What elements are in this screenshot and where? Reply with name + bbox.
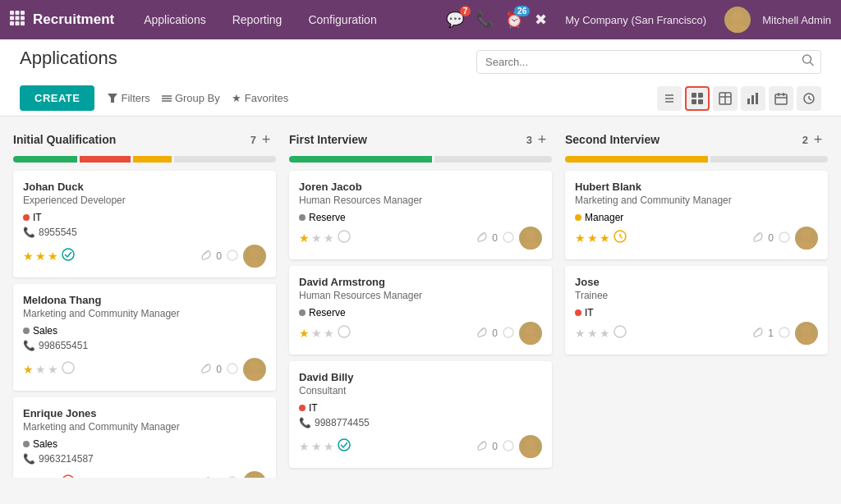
kanban-card[interactable]: Meldona Thang Marketing and Community Ma… bbox=[13, 284, 276, 391]
card-name: David Armstrong bbox=[299, 276, 542, 288]
group-by-button[interactable]: Group By bbox=[162, 92, 220, 104]
apps-grid-icon[interactable]: ​ bbox=[10, 11, 25, 30]
card-name: David Billy bbox=[299, 371, 542, 383]
user-avatar[interactable] bbox=[724, 7, 751, 33]
star-1: ★ bbox=[299, 327, 310, 340]
attachment-icon bbox=[477, 441, 487, 453]
attachment-icon bbox=[477, 232, 487, 245]
nav-configuration[interactable]: Configuration bbox=[295, 0, 389, 39]
svg-rect-4 bbox=[16, 16, 20, 20]
attachment-icon bbox=[753, 328, 763, 340]
column-add-button[interactable]: + bbox=[256, 130, 276, 149]
svg-rect-2 bbox=[21, 11, 25, 15]
graph-view-button[interactable] bbox=[741, 86, 765, 111]
tag-dot bbox=[23, 441, 30, 447]
app-brand: Recruitment bbox=[33, 11, 114, 28]
kanban-card[interactable]: Jose Trainee IT ★★★ 1 bbox=[565, 266, 828, 355]
kanban-card[interactable]: Johan Duck Experienced Developer IT 📞 89… bbox=[13, 171, 276, 277]
card-tag: Manager bbox=[575, 212, 623, 223]
search-input[interactable] bbox=[476, 50, 821, 74]
card-tag: Sales bbox=[23, 438, 57, 450]
svg-point-57 bbox=[338, 326, 350, 337]
star-2: ★ bbox=[311, 231, 322, 245]
kanban-column-first_interview: First Interview 3 + Joren Jacob Human Re… bbox=[289, 130, 552, 465]
circle-icon bbox=[503, 327, 514, 341]
create-button[interactable]: CREATE bbox=[20, 85, 94, 111]
column-title: Initial Qualification bbox=[13, 133, 244, 146]
settings-icon[interactable]: ✖ bbox=[535, 11, 547, 29]
favorites-button[interactable]: ★ Favorites bbox=[232, 92, 288, 104]
svg-point-59 bbox=[526, 325, 535, 335]
star-rating: ★★★ bbox=[23, 363, 58, 376]
tag-label: Sales bbox=[33, 325, 57, 337]
star-rating: ★★★ bbox=[575, 327, 610, 340]
star-rating: ★★★ bbox=[23, 476, 58, 478]
star-3: ★ bbox=[600, 327, 610, 340]
activity-view-button[interactable] bbox=[797, 86, 821, 111]
svg-point-69 bbox=[802, 230, 811, 240]
card-footer: ★★★ 0 bbox=[23, 358, 266, 381]
star-1: ★ bbox=[23, 250, 34, 263]
card-footer: ★★★ 0 bbox=[299, 227, 542, 250]
chat-icon[interactable]: 💬 7 bbox=[446, 11, 464, 29]
activity-badge: 26 bbox=[514, 6, 530, 16]
kanban-card[interactable]: David Billy Consultant IT 📞 9988774455 ★… bbox=[289, 361, 552, 468]
status-empty-icon bbox=[338, 325, 351, 341]
star-rating: ★★★ bbox=[575, 231, 610, 245]
phone-icon: 📞 bbox=[23, 340, 35, 351]
tag-dot bbox=[23, 328, 30, 334]
list-view-button[interactable] bbox=[657, 86, 682, 111]
svg-point-54 bbox=[503, 232, 513, 242]
svg-point-58 bbox=[503, 328, 513, 337]
search-icon[interactable] bbox=[802, 54, 815, 70]
column-add-button[interactable]: + bbox=[808, 130, 828, 149]
tag-label: IT bbox=[33, 212, 42, 223]
svg-point-42 bbox=[227, 364, 237, 373]
circle-icon bbox=[227, 250, 238, 263]
status-empty-icon bbox=[62, 361, 75, 378]
card-name: Joren Jacob bbox=[299, 181, 542, 193]
nav-applications[interactable]: Applications bbox=[131, 0, 219, 39]
filters-button[interactable]: Filters bbox=[108, 92, 149, 104]
svg-point-62 bbox=[503, 441, 513, 451]
svg-point-68 bbox=[779, 232, 789, 242]
attachment-icon bbox=[477, 328, 487, 340]
nav-reporting[interactable]: Reporting bbox=[219, 0, 296, 39]
circle-icon bbox=[503, 440, 514, 454]
svg-point-48 bbox=[227, 477, 237, 479]
star-3: ★ bbox=[48, 250, 58, 263]
phone-icon: 📞 bbox=[299, 417, 311, 428]
column-count: 2 bbox=[802, 134, 808, 146]
phone-icon[interactable]: 📞 bbox=[476, 11, 494, 29]
star-1: ★ bbox=[23, 363, 34, 376]
username: Mitchell Admin bbox=[762, 14, 831, 26]
activity-icon[interactable]: ⏰ 26 bbox=[505, 11, 523, 29]
kanban-card[interactable]: Enrique Jones Marketing and Community Ma… bbox=[13, 397, 276, 478]
tag-label: IT bbox=[309, 402, 318, 414]
kanban-card[interactable]: David Armstrong Human Resources Manager … bbox=[289, 266, 552, 355]
star-rating: ★★★ bbox=[299, 327, 334, 340]
kanban-card[interactable]: Hubert Blank Marketing and Community Man… bbox=[565, 171, 828, 259]
svg-point-44 bbox=[246, 372, 263, 381]
card-role: Marketing and Community Manager bbox=[23, 421, 266, 433]
calendar-view-button[interactable] bbox=[769, 86, 793, 111]
star-1: ★ bbox=[23, 476, 34, 478]
kanban-card[interactable]: Joren Jacob Human Resources Manager Rese… bbox=[289, 171, 552, 259]
nav-right-icons: 💬 7 📞 ⏰ 26 ✖ My Company (San Francisco) … bbox=[446, 7, 831, 33]
tag-dot bbox=[299, 309, 306, 316]
svg-point-10 bbox=[728, 23, 747, 33]
card-avatar bbox=[795, 227, 818, 250]
star-2: ★ bbox=[311, 327, 322, 340]
company-name: My Company (San Francisco) bbox=[565, 14, 706, 26]
star-2: ★ bbox=[587, 327, 598, 340]
svg-line-12 bbox=[811, 62, 814, 66]
card-meta: 0 bbox=[753, 227, 818, 250]
card-meta: 0 bbox=[201, 358, 266, 381]
kanban-view-button[interactable] bbox=[685, 86, 710, 111]
table-view-button[interactable] bbox=[713, 86, 738, 111]
tag-label: IT bbox=[585, 307, 594, 318]
column-add-button[interactable]: + bbox=[532, 130, 552, 149]
card-role: Consultant bbox=[299, 385, 542, 396]
group-by-label: Group By bbox=[175, 92, 220, 104]
card-tag: IT bbox=[575, 307, 594, 318]
